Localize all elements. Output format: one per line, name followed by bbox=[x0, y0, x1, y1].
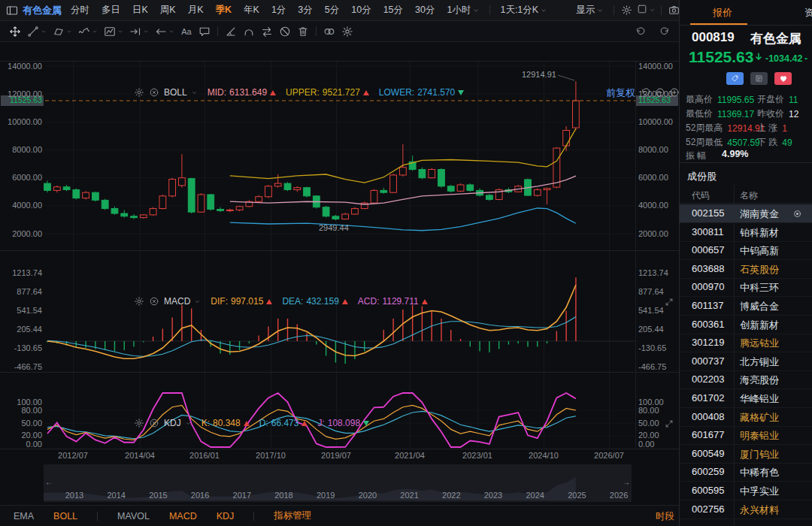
chevron-down-icon[interactable] bbox=[194, 298, 201, 305]
timeframe-tab-周K[interactable]: 周K bbox=[154, 4, 182, 17]
indicator-toggle-KDJ[interactable]: KDJ bbox=[217, 511, 235, 521]
stock-row-601677[interactable]: 601677明泰铝业 bbox=[680, 426, 812, 445]
chevron-down-icon[interactable] bbox=[185, 420, 192, 427]
timeframe-tab-季K[interactable]: 季K bbox=[210, 4, 238, 17]
angle-tool-icon[interactable] bbox=[222, 26, 240, 38]
zoom-in-icon[interactable] bbox=[669, 87, 680, 101]
adjust-mode-button[interactable]: 前复权 bbox=[606, 86, 635, 100]
svg-text:205.44: 205.44 bbox=[17, 325, 42, 334]
stock-row-600549[interactable]: 600549厦门钨业 bbox=[680, 445, 812, 464]
settings-icon[interactable] bbox=[618, 2, 635, 19]
comment-tool-icon[interactable] bbox=[195, 26, 214, 38]
indicator-settings-icon[interactable] bbox=[134, 418, 144, 428]
svg-text:-466.75: -466.75 bbox=[14, 362, 42, 371]
news-icon[interactable] bbox=[750, 72, 768, 85]
timeframe-tab-5分[interactable]: 5分 bbox=[319, 4, 345, 17]
projection-tool-icon[interactable] bbox=[126, 26, 152, 38]
chart-canvas[interactable]: 11525.6311525.6312914.912949.4414000.001… bbox=[0, 42, 679, 503]
indicator-name[interactable]: MACD bbox=[164, 296, 190, 307]
text-tool-icon[interactable]: Aa bbox=[177, 26, 195, 38]
timeframe-tab-分时[interactable]: 分时 bbox=[65, 4, 95, 17]
column-header-name[interactable]: 名称 bbox=[740, 189, 758, 202]
move-tool-icon[interactable] bbox=[6, 26, 24, 38]
undo-icon[interactable] bbox=[632, 23, 649, 40]
stock-code: 601677 bbox=[692, 429, 724, 440]
stock-row-002155[interactable]: 002155湖南黄金 bbox=[680, 204, 812, 223]
wave-tool-icon[interactable] bbox=[75, 26, 101, 38]
stock-row-601702[interactable]: 601702华峰铝业 bbox=[680, 389, 812, 408]
timeframe-tab-多日[interactable]: 多日 bbox=[95, 4, 126, 17]
shapes-tool-icon[interactable] bbox=[50, 26, 75, 38]
delete-drawings-tool-icon[interactable] bbox=[294, 26, 312, 38]
link-tool-icon[interactable] bbox=[320, 26, 338, 38]
layout-box-select[interactable] bbox=[635, 2, 657, 19]
period-select[interactable]: 1天:1分K bbox=[494, 4, 553, 17]
chevron-down-icon[interactable] bbox=[191, 89, 198, 96]
magnet-tool-icon[interactable] bbox=[240, 26, 258, 38]
favorite-heart-icon[interactable] bbox=[774, 72, 792, 85]
stock-row-002756[interactable]: 002756永兴材料 bbox=[680, 500, 812, 519]
stock-row-301219[interactable]: 301219腾远钴业 bbox=[680, 334, 812, 352]
symbol-title[interactable]: 有色金属 bbox=[23, 4, 62, 17]
stock-name: 中科三环 bbox=[740, 281, 779, 295]
svg-text:2022: 2022 bbox=[442, 491, 460, 500]
timeframe-tab-10分[interactable]: 10分 bbox=[345, 4, 377, 17]
indicator-toggle-EMA[interactable]: EMA bbox=[14, 511, 34, 521]
trendline-tool-icon[interactable] bbox=[24, 26, 50, 38]
timeframe-tab-30分[interactable]: 30分 bbox=[409, 4, 441, 17]
down-triangle-icon bbox=[458, 90, 464, 95]
indicator-remove-icon[interactable] bbox=[149, 418, 159, 428]
stock-row-600595[interactable]: 600595中孚实业 bbox=[680, 482, 812, 500]
indicator-remove-icon[interactable] bbox=[149, 87, 159, 98]
swap-tool-icon[interactable] bbox=[258, 26, 276, 38]
stock-row-603688[interactable]: 603688石英股份 bbox=[680, 260, 812, 279]
indicator-settings-icon[interactable] bbox=[134, 296, 144, 307]
pattern-tool-icon[interactable] bbox=[101, 26, 126, 38]
indicator-toggle-BOLL[interactable]: BOLL bbox=[53, 511, 77, 521]
indicator-settings-icon[interactable] bbox=[134, 87, 144, 98]
divider bbox=[97, 512, 98, 521]
tab-news[interactable]: 资 bbox=[804, 6, 812, 20]
svg-text:877.64: 877.64 bbox=[17, 287, 42, 296]
macd-expand-icon[interactable] bbox=[665, 296, 674, 310]
stock-row-000657[interactable]: 000657中钨高新 bbox=[680, 241, 812, 260]
drawing-settings-icon[interactable] bbox=[338, 26, 356, 38]
stock-row-601137[interactable]: 601137博威合金 bbox=[680, 297, 812, 316]
timeframe-tab-月K[interactable]: 月K bbox=[182, 4, 210, 17]
timeframe-tab-15分[interactable]: 15分 bbox=[377, 4, 409, 17]
timeframe-tab-年K[interactable]: 年K bbox=[238, 4, 265, 17]
timeframe-tab-日K[interactable]: 日K bbox=[126, 4, 154, 17]
selected-radio-icon[interactable] bbox=[792, 208, 802, 222]
layout-icon[interactable] bbox=[6, 5, 18, 17]
indicator-toggle-MAVOL[interactable]: MAVOL bbox=[117, 511, 150, 521]
stock-row-002203[interactable]: 002203海亮股份 bbox=[680, 370, 812, 389]
display-menu[interactable]: 显示 bbox=[570, 4, 610, 17]
timeframe-tab-1分[interactable]: 1分 bbox=[265, 4, 292, 17]
indicator-toggle-MACD[interactable]: MACD bbox=[169, 511, 197, 521]
tag-icon[interactable] bbox=[726, 72, 744, 85]
hide-drawings-tool-icon[interactable] bbox=[276, 26, 294, 38]
stock-row-600259[interactable]: 600259中稀有色 bbox=[680, 463, 812, 482]
indicator-name[interactable]: KDJ bbox=[164, 418, 181, 428]
stock-row-300811[interactable]: 300811铂科新材 bbox=[680, 223, 812, 242]
indicator-name[interactable]: BOLL bbox=[164, 87, 187, 98]
stock-row-600361[interactable]: 600361创新新材 bbox=[680, 316, 812, 334]
divider bbox=[661, 5, 662, 15]
time-range-button[interactable]: 时段 bbox=[656, 510, 674, 523]
reset-view-icon[interactable] bbox=[641, 87, 651, 101]
indicator-toggle-指标管理[interactable]: 指标管理 bbox=[274, 509, 311, 522]
timeframe-tab-1小时[interactable]: 1小时 bbox=[441, 4, 486, 17]
stock-row-000408[interactable]: 000408藏格矿业 bbox=[680, 408, 812, 427]
zoom-out-icon[interactable] bbox=[655, 87, 665, 101]
svg-text:12000.00: 12000.00 bbox=[8, 89, 42, 98]
tab-quote[interactable]: 报价 bbox=[713, 6, 732, 20]
timeframe-tab-3分[interactable]: 3分 bbox=[292, 4, 318, 17]
kdj-expand-icon[interactable] bbox=[665, 418, 674, 431]
indicator-remove-icon[interactable] bbox=[149, 296, 159, 307]
stock-row-000970[interactable]: 000970中科三环 bbox=[680, 278, 812, 297]
arrow-tool-icon[interactable] bbox=[152, 26, 177, 38]
column-header-code[interactable]: 代码 bbox=[692, 189, 710, 202]
stock-row-000737[interactable]: 000737北方铜业 bbox=[680, 352, 812, 371]
redo-icon[interactable] bbox=[656, 23, 673, 40]
indicator-value: MID:6131.649 bbox=[208, 87, 276, 98]
